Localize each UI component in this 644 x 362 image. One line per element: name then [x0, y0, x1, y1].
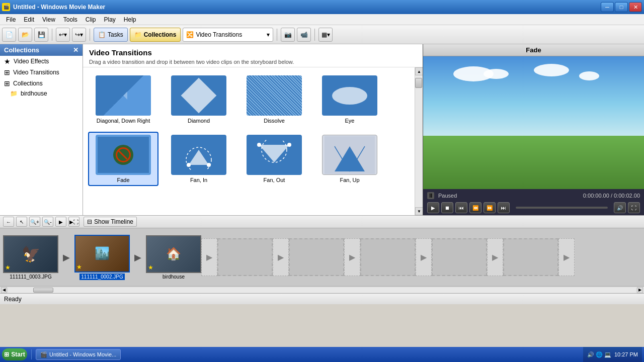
- save-button[interactable]: 💾: [34, 28, 48, 42]
- tasks-button[interactable]: 📋 Tasks: [94, 28, 128, 42]
- transition-label: Diamond: [188, 118, 210, 124]
- maximize-button[interactable]: □: [615, 2, 628, 12]
- view-button[interactable]: ▦▾: [318, 28, 333, 42]
- content-description: Drag a video transition and drop it betw…: [89, 59, 417, 65]
- sidebar-item-label: Collections: [13, 80, 43, 87]
- story-clip-3[interactable]: 🏠 ★ birdhouse: [146, 235, 201, 280]
- play-fullscreen-button[interactable]: ▶⛶: [68, 217, 79, 227]
- preview-controls: ⏸ Paused 0:00:00.00 / 0:00:02.00 ▶ ⏹ ⏮ ⏪…: [423, 189, 644, 215]
- sidebar: Collections ✕ ★ Video Effects ⊞ Video Tr…: [0, 44, 83, 215]
- transition-label: Fade: [117, 177, 129, 183]
- story-clip-empty-1: [217, 238, 273, 276]
- transition-dissolve[interactable]: Dissolve: [239, 72, 309, 127]
- next-frame-button[interactable]: ⏩: [484, 202, 496, 213]
- sidebar-header: Collections ✕: [0, 44, 83, 56]
- show-timeline-button[interactable]: ⊟ Show Timeline: [84, 217, 137, 227]
- pause-indicator: ⏸: [427, 192, 434, 199]
- sidebar-item-video-effects[interactable]: ★ Video Effects: [0, 56, 83, 67]
- preview-video: [423, 56, 644, 189]
- transition-placeholder-3: ▶: [344, 238, 360, 276]
- transition-fan-out[interactable]: Fan, Out: [239, 132, 309, 186]
- scroll-left-button[interactable]: ◀: [1, 287, 7, 293]
- main-area: Collections ✕ ★ Video Effects ⊞ Video Tr…: [0, 44, 644, 215]
- main-toolbar: 📄 📂 💾 ↩▾ ↪▾ 📋 Tasks 📁 Collections 🔀 Vide…: [0, 25, 644, 44]
- transition-fan-in[interactable]: Fan, In: [164, 132, 234, 186]
- transition-fan-up[interactable]: Fan, Up: [314, 132, 385, 186]
- transition-label: Fan, In: [190, 177, 207, 183]
- play-storyboard-button[interactable]: ▶: [55, 217, 66, 227]
- minimize-button[interactable]: ─: [601, 2, 614, 12]
- taskbar-app-icon: 🎬: [40, 351, 47, 358]
- transition-diagonal-down-right[interactable]: Diagonal, Down Right: [88, 72, 158, 127]
- sidebar-item-video-transitions[interactable]: ⊞ Video Transitions: [0, 67, 83, 78]
- show-timeline-label: Show Timeline: [94, 218, 133, 225]
- story-clip-1[interactable]: 🦅 ★ 111111_0003.JPG: [3, 235, 58, 280]
- camera-button[interactable]: 📹: [297, 28, 311, 42]
- horizontal-scrollbar[interactable]: ◀ ▶: [0, 286, 644, 293]
- menu-file[interactable]: File: [2, 15, 20, 24]
- storyboard-pointer-button[interactable]: ↖: [16, 217, 27, 227]
- transition-dropdown[interactable]: 🔀 Video Transitions ▾: [183, 28, 273, 42]
- redo-button[interactable]: ↪▾: [72, 28, 86, 42]
- story-clip-2[interactable]: 🏙️ ★ 111111_0002.JPG: [74, 235, 130, 280]
- content-scrollbar[interactable]: ▲ ▼: [415, 67, 423, 215]
- transition-label: Dissolve: [264, 118, 285, 124]
- mute-button[interactable]: 🔊: [614, 202, 626, 213]
- end-button[interactable]: ⏭: [498, 202, 510, 213]
- rewind-button[interactable]: ⏮: [455, 202, 467, 213]
- transition-label: Diagonal, Down Right: [97, 118, 150, 124]
- story-clip-empty-4: [432, 238, 487, 276]
- sidebar-item-label: Video Transitions: [13, 69, 59, 76]
- clip-label: 111111_0003.JPG: [10, 274, 51, 280]
- stop-button[interactable]: ⏹: [441, 202, 453, 213]
- sidebar-item-birdhouse[interactable]: 📁 birdhouse: [0, 89, 83, 98]
- sidebar-item-label: birdhouse: [21, 90, 47, 97]
- collections-button[interactable]: 📁 Collections: [130, 28, 181, 42]
- transition-label: Eye: [345, 118, 355, 124]
- scroll-right-button[interactable]: ▶: [637, 287, 643, 293]
- prev-frame-button[interactable]: ⏪: [469, 202, 481, 213]
- menu-play[interactable]: Play: [100, 15, 120, 24]
- preview-time: 0:00:00.00 / 0:00:02.00: [583, 193, 640, 199]
- transition-placeholder-1: ▶: [201, 238, 217, 276]
- transition-diamond[interactable]: Diamond: [164, 72, 234, 127]
- zoom-in-button[interactable]: 🔍+: [29, 217, 40, 227]
- transition-placeholder-5: ▶: [487, 238, 503, 276]
- transition-fade[interactable]: Fade: [88, 132, 158, 186]
- fullscreen-button[interactable]: ⛶: [628, 202, 640, 213]
- scroll-down-button[interactable]: ▼: [415, 207, 423, 215]
- transition-eye[interactable]: Eye: [314, 72, 385, 127]
- app-icon: 🎬: [2, 3, 10, 11]
- start-button[interactable]: ⊞ Start: [2, 348, 27, 360]
- storyboard-back-button[interactable]: ←: [3, 217, 14, 227]
- close-button[interactable]: ✕: [629, 2, 642, 12]
- taskbar-tray: 🔊 🌐 💻 10:27 PM: [583, 347, 642, 362]
- menu-edit[interactable]: Edit: [20, 15, 38, 24]
- new-button[interactable]: 📄: [2, 28, 16, 42]
- menu-help[interactable]: Help: [120, 15, 140, 24]
- sidebar-item-collections[interactable]: ⊞ Collections: [0, 78, 83, 89]
- open-button[interactable]: 📂: [18, 28, 32, 42]
- menu-clip[interactable]: Clip: [82, 15, 100, 24]
- taskbar-icons: 🔊 🌐 💻: [587, 351, 611, 358]
- preview-status-text: Paused: [438, 193, 457, 199]
- sidebar-item-label: Video Effects: [14, 58, 49, 65]
- volume-slider[interactable]: [516, 207, 608, 209]
- sidebar-close-button[interactable]: ✕: [73, 46, 78, 54]
- transition-arrow-1: ▶: [58, 238, 74, 276]
- undo-button[interactable]: ↩▾: [56, 28, 70, 42]
- zoom-out-button[interactable]: 🔍-: [42, 217, 53, 227]
- scroll-up-button[interactable]: ▲: [415, 67, 423, 75]
- menu-tools[interactable]: Tools: [59, 15, 82, 24]
- taskbar-app-button[interactable]: 🎬 Untitled - Windows Movie...: [36, 349, 121, 360]
- svg-point-7: [287, 143, 291, 147]
- taskbar-time: 10:27 PM: [614, 351, 638, 357]
- capture-button[interactable]: 📷: [281, 28, 295, 42]
- clip-star-icon: ★: [148, 264, 153, 271]
- clip-label: birdhouse: [163, 274, 185, 280]
- video-transitions-icon: ⊞: [4, 68, 10, 76]
- transitions-grid: Diagonal, Down Right Diamond Dissolve: [83, 67, 415, 215]
- menu-view[interactable]: View: [38, 15, 59, 24]
- play-button[interactable]: ▶: [427, 202, 439, 213]
- window-title: Untitled - Windows Movie Maker: [13, 4, 105, 11]
